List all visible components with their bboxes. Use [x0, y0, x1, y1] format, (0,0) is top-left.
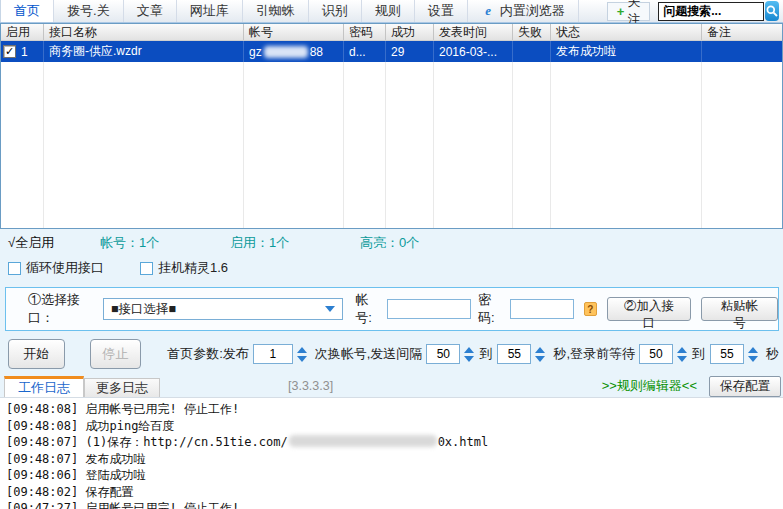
version-label: [3.3.3.3]	[288, 379, 333, 393]
interval-from-input[interactable]	[426, 344, 460, 364]
log-line: [09:48:02] 保存配置	[6, 484, 783, 501]
follow-button[interactable]: + 关注	[607, 2, 651, 21]
spinner-down-icon[interactable]	[748, 356, 758, 362]
spinner-up-icon[interactable]	[748, 347, 758, 353]
spinner-up-icon[interactable]	[535, 347, 545, 353]
empty-col	[386, 62, 434, 228]
log-url-prefix: [09:48:07] (1)保存：http://cn.51tie.com/	[6, 435, 288, 449]
empty-col	[551, 62, 702, 228]
password-input[interactable]	[510, 299, 574, 319]
menu-item-spider[interactable]: 引蜘蛛	[243, 0, 309, 22]
accounts-table: 启用 接口名称 帐号 密码 成功 发表时间 失败 状态 备注 ✓ 1 商务圈-供…	[0, 23, 783, 229]
stop-button[interactable]: 停止	[90, 339, 142, 369]
save-config-button[interactable]: 保存配置	[709, 376, 781, 397]
accounts-count: 帐号：1个	[100, 234, 208, 252]
enable-all-toggle[interactable]: √全启用	[8, 234, 100, 252]
account-input[interactable]	[387, 299, 471, 319]
account-blur-overlay	[264, 46, 308, 58]
col-header-post-time[interactable]: 发表时间	[434, 24, 513, 40]
loop-interface-checkbox[interactable]	[8, 262, 21, 275]
spinner-down-icon[interactable]	[535, 356, 545, 362]
question-search-input[interactable]	[658, 2, 764, 21]
empty-col	[434, 62, 513, 228]
menu-item-dial[interactable]: 拨号.关	[54, 0, 124, 22]
help-icon[interactable]: ?	[584, 302, 597, 316]
spinner-up-icon[interactable]	[464, 347, 474, 353]
start-button[interactable]: 开始	[8, 339, 65, 369]
tab-more-logs[interactable]: 更多日志	[84, 378, 160, 397]
empty-col	[1, 62, 44, 228]
wait-from-input[interactable]	[639, 344, 673, 364]
row-enable-checkbox[interactable]: ✓	[3, 45, 16, 58]
spinner-up-icon[interactable]	[677, 347, 687, 353]
chevron-down-icon	[325, 306, 335, 312]
paste-account-button[interactable]: 粘贴帐号	[701, 297, 778, 321]
search-icon	[765, 4, 779, 18]
menu-item-settings[interactable]: 设置	[415, 0, 468, 22]
col-header-fail[interactable]: 失败	[513, 24, 551, 40]
row-success-count: 29	[386, 41, 434, 62]
spinner-down-icon[interactable]	[297, 356, 307, 362]
col-header-remark[interactable]: 备注	[702, 24, 782, 40]
add-interface-button[interactable]: ②加入接口	[607, 297, 691, 321]
menu-item-home[interactable]: 首页	[0, 0, 54, 22]
row-account: gz 88	[244, 41, 344, 62]
publish-times-stepper[interactable]	[297, 347, 307, 362]
publish-times-input[interactable]	[253, 344, 293, 364]
tab-work-log[interactable]: 工作日志	[4, 376, 84, 397]
interface-select-value: ■接口选择■	[111, 301, 176, 318]
interval-to-stepper[interactable]	[535, 347, 545, 362]
log-line-url: [09:48:07] (1)保存：http://cn.51tie.com/0x.…	[6, 434, 783, 451]
lower-section: √全启用 帐号：1个 启用：1个 高亮：0个 循环使用接口 挂机精灵1.6 ①选…	[0, 229, 783, 509]
interval-from-stepper[interactable]	[464, 347, 474, 362]
password-label: 密码:	[478, 291, 506, 327]
row-index: 1	[21, 45, 28, 59]
log-tab-bar: 工作日志 更多日志 [3.3.3.3] >>规则编辑器<< 保存配置	[0, 375, 783, 397]
log-line: [09:48:07] 发布成功啦	[6, 451, 783, 468]
change-account-label: 次换帐号,发送间隔	[315, 345, 423, 363]
spinner-up-icon[interactable]	[297, 347, 307, 353]
col-header-status[interactable]: 状态	[551, 24, 702, 40]
highlight-count: 高亮：0个	[360, 234, 468, 252]
menu-item-rules[interactable]: 规则	[362, 0, 415, 22]
menu-item-articles[interactable]: 文章	[124, 0, 177, 22]
hangup-elf-option[interactable]: 挂机精灵1.6	[140, 259, 228, 277]
spinner-down-icon[interactable]	[464, 356, 474, 362]
row-enable-cell: ✓ 1	[1, 41, 44, 62]
empty-col	[513, 62, 551, 228]
interface-select-dropdown[interactable]: ■接口选择■	[103, 298, 343, 320]
col-header-interface-name[interactable]: 接口名称	[44, 24, 244, 40]
to-label: 到	[479, 345, 492, 363]
empty-col	[702, 62, 782, 228]
search-button[interactable]	[765, 1, 779, 21]
table-empty-area	[1, 62, 782, 228]
menu-item-builtin-browser[interactable]: e 内置浏览器	[468, 0, 579, 22]
col-header-account[interactable]: 帐号	[244, 24, 344, 40]
wait-to-stepper[interactable]	[748, 347, 758, 362]
wait-to-input[interactable]	[710, 344, 744, 364]
col-header-password[interactable]: 密码	[344, 24, 386, 40]
to-label: 到	[692, 345, 705, 363]
select-interface-label: ①选择接口：	[28, 291, 101, 327]
spinner-down-icon[interactable]	[677, 356, 687, 362]
table-row[interactable]: ✓ 1 商务圈-供应.wzdr gz 88 d... 29 2016-03-..…	[1, 41, 782, 62]
row-remark	[702, 41, 782, 62]
rule-editor-link[interactable]: >>规则编辑器<<	[602, 377, 697, 395]
interval-to-input[interactable]	[497, 344, 531, 364]
empty-col	[244, 62, 344, 228]
hangup-elf-checkbox[interactable]	[140, 262, 153, 275]
interface-panel: ①选择接口： ■接口选择■ 帐号: 密码: ? ②加入接口 粘贴帐号	[5, 287, 779, 331]
empty-col	[44, 62, 244, 228]
menu-item-recognition[interactable]: 识别	[309, 0, 362, 22]
log-line: [09:48:08] 成功ping给百度	[6, 418, 783, 435]
col-header-success[interactable]: 成功	[386, 24, 434, 40]
col-header-enable[interactable]: 启用	[1, 24, 44, 40]
loop-interface-option[interactable]: 循环使用接口	[8, 259, 104, 277]
seconds-label: 秒	[766, 345, 779, 363]
empty-col	[344, 62, 386, 228]
table-header: 启用 接口名称 帐号 密码 成功 发表时间 失败 状态 备注	[1, 24, 782, 41]
row-post-time: 2016-03-...	[434, 41, 513, 62]
menu-item-url-library[interactable]: 网址库	[177, 0, 243, 22]
wait-from-stepper[interactable]	[677, 347, 687, 362]
log-line: [09:47:27] 启用帐号已用完! 停止工作!	[6, 500, 783, 509]
